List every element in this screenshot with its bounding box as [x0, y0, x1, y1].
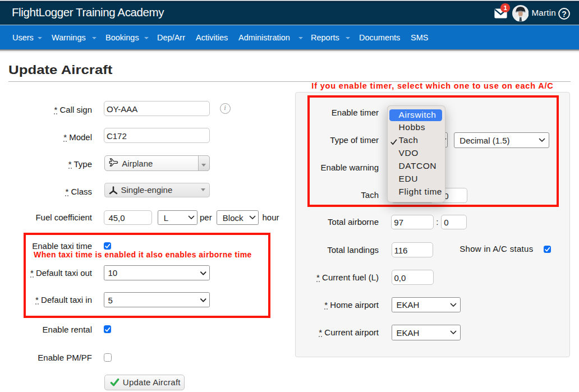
svg-text:?: ? — [562, 9, 567, 18]
